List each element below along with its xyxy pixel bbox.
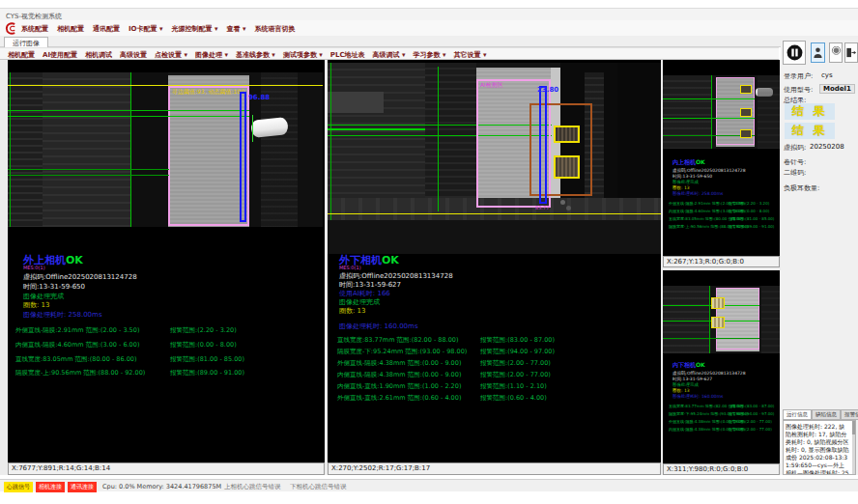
roi-box-pink [168, 86, 249, 226]
virtual-code-line: 虚拟码:Offline2025020813124728 [672, 168, 746, 173]
pause-button[interactable] [783, 41, 806, 65]
alarm-range: 报警范围:(83.00 - 87.00) [480, 336, 555, 345]
tool-ai-config[interactable]: AI使用配置 [43, 50, 77, 60]
alarm-range: 报警范围:(2.00 - 77.00) [729, 427, 772, 432]
edge-marker-line [10, 72, 11, 227]
info-tab-alarm[interactable]: 报警信息 [841, 409, 858, 420]
log-scrollbar-thumb[interactable] [852, 421, 855, 434]
menu-item-system-config[interactable]: 系统配置 [21, 24, 48, 34]
right-sidebar: 登录用户: cys 使用型号: Model1 总结果: 结 果 结 果 虚拟码:… [781, 39, 858, 475]
measure-line-green [8, 110, 249, 111]
measurement-row: 隔膜宽度-下:95.24mm 范围:(93.00 - 98.00) 报警范围:(… [337, 348, 467, 356]
bottom-value-magenta: 83.77 [535, 205, 549, 210]
virtual-code-label: 虚拟码: [784, 143, 806, 153]
measure-line-green [328, 128, 425, 130]
alarm-range: 报警范围:(2.00 - 77.00) [480, 359, 551, 368]
measurement-text: 直线宽度:83.05mm 范围:(80.00 - 86.00) [15, 355, 136, 363]
tool-learn-params[interactable]: 学习参数 ▾ [414, 50, 446, 60]
ok-status: OK [66, 254, 83, 266]
turns-line: 圈数: 13 [339, 306, 366, 316]
virtual-code-line: 虚拟码:Offline2025020813124728 [23, 272, 137, 282]
ai-roi-label: AI检测区 [480, 81, 503, 90]
measurement-row: 直线宽度:83.05mm 范围:(80.00 - 86.00) 报警范围:(81… [669, 216, 743, 221]
measurement-text: 隔膜宽度-下:95.24mm 范围:(93.00 - 98.00) [337, 348, 467, 355]
menu-items: 系统配置 相机配置 通讯配置 IO卡配置 ▾ 光源控制配置 ▾ 查看 ▾ 系统语… [21, 24, 303, 34]
camera-image-inner-lower[interactable] [663, 286, 780, 353]
done-line: 图像处理完成 [672, 382, 699, 387]
model-value[interactable]: Model1 [819, 84, 855, 94]
menu-item-language[interactable]: 系统语言切换 [254, 24, 295, 34]
login-user-label: 登录用户: [784, 71, 813, 81]
reference-line-yellow [328, 213, 661, 214]
run-log: 图像处理耗时: 222, 缺陷检测耗时: 17, 缺陷分类耗时: 0, 缺陷视频… [783, 420, 856, 475]
measure-line-green [663, 118, 755, 119]
measurement-text: 隔膜宽度-上:90.56mm 范围:(88.00 - 92.00) [15, 369, 145, 377]
tool-advanced-debug[interactable]: 高级调试 ▾ [373, 50, 406, 60]
ok-status: OK [696, 361, 705, 368]
machine-structure [425, 63, 476, 198]
machine-structure [617, 63, 661, 198]
info-tab-run[interactable]: 运行信息 [783, 409, 812, 420]
turns-line: 圈数: 13 [672, 388, 690, 393]
tool-image-processing[interactable]: 图像处理 ▾ [195, 50, 228, 60]
tab-count-label: 负极耳数量: [784, 183, 819, 193]
pixel-readout-strip: X:267;Y:13;R:0;G:0;B:0 [663, 256, 780, 267]
measure-line-green [8, 169, 169, 170]
tool-baseline-params[interactable]: 基准线参数 ▾ [236, 50, 275, 60]
mes-line: MES:0(1) [23, 265, 45, 270]
title-bar: CYS-视觉检测系统 [0, 8, 858, 20]
user-manage-button[interactable] [829, 42, 843, 63]
tool-plc-address[interactable]: PLC地址表 [330, 50, 365, 60]
tool-spot-check[interactable]: 点检设置 ▾ [155, 50, 187, 60]
machine-structure [8, 72, 43, 227]
menu-item-comm-config[interactable]: 通讯配置 [93, 24, 120, 34]
menu-item-camera-config[interactable]: 相机配置 [57, 24, 84, 34]
alarm-range: 报警范围:(0.60 - 4.00) [480, 394, 547, 403]
camera-image-outer-lower[interactable]: AI检测区 23.80 83.77 [328, 63, 661, 254]
menu-item-view[interactable]: 查看 ▾ [226, 24, 245, 34]
measure-line-green [663, 98, 755, 99]
measurement-row: 隔膜宽度-上:90.56mm 范围:(88.00 - 92.00) 报警范围:(… [15, 369, 145, 378]
camera-panel-outer-upper: 寻边阈值:93, 动态阈值:100 96.88 外上相机OK MES:0(1) … [8, 60, 325, 475]
defect-box-yellow [554, 155, 580, 179]
edge-marker-line [711, 75, 712, 149]
measurement-row: 内侧直线-隔膜:4.38mm 范围:(0.00 - 9.00) 报警范围:(2.… [669, 427, 745, 432]
measure-value-blue: 96.88 [248, 94, 270, 101]
measurement-text: 内侧直线-隔膜:4.60mm 范围:(3.00 - 6.00) [15, 341, 139, 349]
machine-bolt [560, 200, 565, 205]
alarm-range: 报警范围:(2.00 - 77.00) [480, 371, 551, 379]
exit-button[interactable] [844, 42, 858, 63]
tool-camera-debug[interactable]: 相机调试 [85, 50, 112, 60]
camera-image-inner-upper[interactable] [663, 75, 780, 149]
login-user-value: cys [821, 71, 833, 79]
tool-camera-config[interactable]: 相机配置 [8, 50, 35, 60]
machine-structure [758, 75, 780, 149]
menu-item-io-config[interactable]: IO卡配置 ▾ [129, 24, 163, 34]
tab-bar: 运行图像 [0, 36, 858, 47]
defect-box-yellow [740, 85, 752, 94]
tool-test-params[interactable]: 测试项参数 ▾ [283, 50, 323, 60]
measure-box-blue [539, 86, 547, 204]
defect-box-yellow [711, 317, 725, 328]
cpu-memory-text: Cpu: 0.0% Memory: 3424.41796875M [102, 483, 221, 490]
tab-run-image[interactable]: 运行图像 [4, 37, 48, 47]
measurement-text: 外侧直线-直线:2.61mm 范围:(0.60 - 4.00) [337, 394, 461, 402]
menu-item-light-config[interactable]: 光源控制配置 ▾ [172, 24, 218, 34]
log-scrollbar[interactable] [852, 421, 855, 474]
info-tab-bar: 运行信息 缺陷信息 报警信息 [783, 409, 858, 420]
measurement-text: 外侧直线-隔膜:4.38mm 范围:(0.00 - 9.00) [337, 359, 461, 367]
model-label: 使用型号: [784, 85, 813, 95]
edge-marker-line [130, 72, 131, 227]
mes-line: MES:0(1) [339, 265, 361, 270]
tool-other-settings[interactable]: 其它设置 ▾ [453, 50, 486, 60]
tool-advanced-settings[interactable]: 高级设置 [120, 50, 147, 60]
login-user-button[interactable] [811, 42, 825, 63]
pixel-readout-strip: X:7677;Y:891;R:14;G:14;B:14 [8, 462, 325, 475]
camera-panel-outer-lower: AI检测区 23.80 83.77 外下相机OK MES:0(1) 虚拟码:Of… [328, 60, 661, 475]
lower-camera-heartbeat-text: 下相机心跳信号错误 [290, 483, 347, 491]
virtual-code-line: 虚拟码:Offline2025020813134728 [672, 371, 746, 376]
measurement-row: 直线宽度:83.77mm 范围:(82.00 - 88.00) 报警范围:(83… [337, 336, 458, 345]
info-tab-defect[interactable]: 缺陷信息 [812, 409, 841, 420]
machine-structure [328, 220, 661, 254]
camera-image-outer-upper[interactable]: 寻边阈值:93, 动态阈值:100 96.88 [8, 72, 323, 227]
